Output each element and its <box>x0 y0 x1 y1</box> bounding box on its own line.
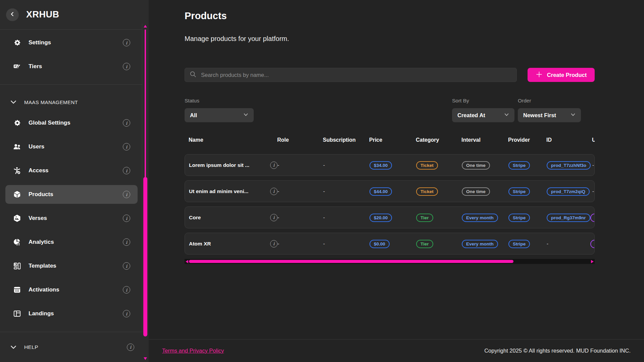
search-box <box>185 68 517 82</box>
chevron-down-icon <box>9 98 17 106</box>
cell-provider: Stripe <box>508 188 547 194</box>
sidebar-item-activations[interactable]: Activations <box>5 280 138 299</box>
table-row[interactable]: Lorem ipsum dolor sit ...--$34.00TicketO… <box>185 154 595 176</box>
cell-price: $20.00 <box>369 215 416 221</box>
info-icon[interactable] <box>123 63 130 70</box>
subscription-value: - <box>323 215 325 220</box>
info-icon[interactable] <box>123 286 130 293</box>
sidebar-item-label: Landings <box>29 310 54 317</box>
sidebar-header: XRHUB <box>0 0 142 30</box>
sidebar-item-templates[interactable]: Templates <box>5 257 138 275</box>
info-icon[interactable] <box>123 262 130 270</box>
scrollbar-up-arrow[interactable] <box>144 25 147 28</box>
order-select[interactable]: Newest First <box>518 108 581 122</box>
cell-interval: Every month <box>462 241 508 247</box>
category-badge: Tier <box>416 240 433 248</box>
section-label: MAAS MANAGEMENT <box>24 99 78 105</box>
info-icon[interactable] <box>270 240 278 247</box>
cell-id: prod_T7zm2qiQ <box>547 188 592 194</box>
table-header-row: NameRoleSubscriptionPriceCategoryInterva… <box>185 134 595 146</box>
table-row[interactable]: Core--$20.00TierEvery monthStripeprod_Rg… <box>185 207 595 228</box>
sidebar-item-label: Verses <box>29 215 47 222</box>
sidebar-item-verses[interactable]: Verses <box>5 209 138 228</box>
price-badge: $0.00 <box>369 240 390 248</box>
sidebar-item-settings[interactable]: Settings <box>5 33 138 52</box>
sidebar-collapse-button[interactable] <box>6 8 19 21</box>
app-logo: XRHUB <box>26 9 59 20</box>
sidebar-section-help[interactable]: HELP <box>0 332 142 362</box>
sidebar-item-landings[interactable]: Landings <box>5 304 138 323</box>
sidebar-section-maas-management[interactable]: MAAS MANAGEMENT <box>5 93 138 111</box>
scrollbar-down-arrow[interactable] <box>144 357 147 360</box>
cell-interval: One time <box>462 162 508 168</box>
terms-privacy-link[interactable]: Terms and Privacy Policy <box>162 348 224 354</box>
sidebar-scrollbar-track[interactable] <box>145 30 146 177</box>
column-header-name: Name <box>189 137 277 143</box>
sort-by-select[interactable]: Created At <box>452 108 514 122</box>
horizontal-scrollbar-thumb[interactable] <box>189 260 513 263</box>
sidebar-item-products[interactable]: Products <box>5 185 138 204</box>
sidebar-item-users[interactable]: Users <box>5 137 138 156</box>
interval-badge: Every month <box>462 240 498 248</box>
info-icon[interactable] <box>123 238 130 246</box>
cell-subscription: - <box>323 215 369 221</box>
chevron-down-icon <box>571 112 576 119</box>
gear-icon <box>13 119 21 127</box>
info-icon[interactable] <box>270 188 278 195</box>
table-row[interactable]: Ut enim ad minim veni...--$44.00TicketOn… <box>185 180 595 202</box>
product-name: Atom XR <box>189 241 211 247</box>
column-header-role: Role <box>277 137 323 143</box>
sidebar-item-label: Tiers <box>29 63 42 70</box>
main-content: Products Manage products for your platfo… <box>149 0 644 362</box>
info-icon[interactable] <box>270 162 278 169</box>
page-title: Products <box>185 10 595 21</box>
category-badge: Ticket <box>416 187 438 196</box>
info-icon[interactable] <box>270 214 278 221</box>
info-icon[interactable] <box>123 191 130 198</box>
info-icon[interactable] <box>127 344 134 351</box>
order-select-value: Newest First <box>523 112 556 119</box>
status-select[interactable]: All <box>185 108 254 122</box>
create-product-button[interactable]: Create Product <box>528 68 595 82</box>
info-icon[interactable] <box>123 310 130 317</box>
info-icon[interactable] <box>123 143 130 150</box>
search-input[interactable] <box>200 72 512 79</box>
sidebar-item-access[interactable]: Access <box>5 161 138 180</box>
price-badge: $44.00 <box>369 187 392 196</box>
cell-provider: Stripe <box>508 215 547 221</box>
scrollbar-right-arrow[interactable] <box>591 260 594 263</box>
footer: Terms and Privacy Policy Copyright 2025 … <box>149 339 644 362</box>
cell-updated: - <box>592 188 595 194</box>
sidebar-item-label: Settings <box>29 39 51 46</box>
id-badge: prod_Rg37m9nr <box>547 214 590 222</box>
interval-badge: One time <box>462 161 490 170</box>
column-header-provider: Provider <box>508 137 546 143</box>
cell-name: Ut enim ad minim veni... <box>189 188 278 195</box>
provider-badge: Stripe <box>508 240 530 248</box>
sidebar-item-tiers[interactable]: Tiers <box>5 57 138 76</box>
info-icon[interactable] <box>123 215 130 222</box>
info-icon[interactable] <box>123 119 130 127</box>
role-value: - <box>278 188 279 194</box>
category-badge: Tier <box>416 214 433 222</box>
subscription-value: - <box>323 188 325 194</box>
person-check-icon <box>13 167 21 175</box>
info-icon[interactable] <box>123 39 130 46</box>
filter-order: Order Newest First <box>518 98 581 122</box>
table-row[interactable]: Atom XR--$0.00TierEvery monthStripe- <box>185 233 595 255</box>
info-icon[interactable] <box>123 167 130 174</box>
sidebar-item-global-settings[interactable]: Global Settings <box>5 114 138 132</box>
chevron-left-icon <box>9 10 16 19</box>
layout-panel-icon <box>13 310 21 318</box>
sidebar-scrollbar-thumb[interactable] <box>143 177 147 336</box>
interval-badge: Every month <box>462 214 498 222</box>
cell-provider: Stripe <box>508 162 547 168</box>
cell-id: - <box>547 241 592 247</box>
sidebar-item-analytics[interactable]: Analytics <box>5 233 138 252</box>
cell-name: Atom XR <box>189 240 278 247</box>
role-value: - <box>278 162 279 168</box>
scrollbar-left-arrow[interactable] <box>186 260 188 263</box>
chevron-down-icon <box>504 112 509 119</box>
product-name: Core <box>189 215 201 221</box>
sidebar-nav: SettingsTiersMAAS MANAGEMENTGlobal Setti… <box>0 30 149 323</box>
